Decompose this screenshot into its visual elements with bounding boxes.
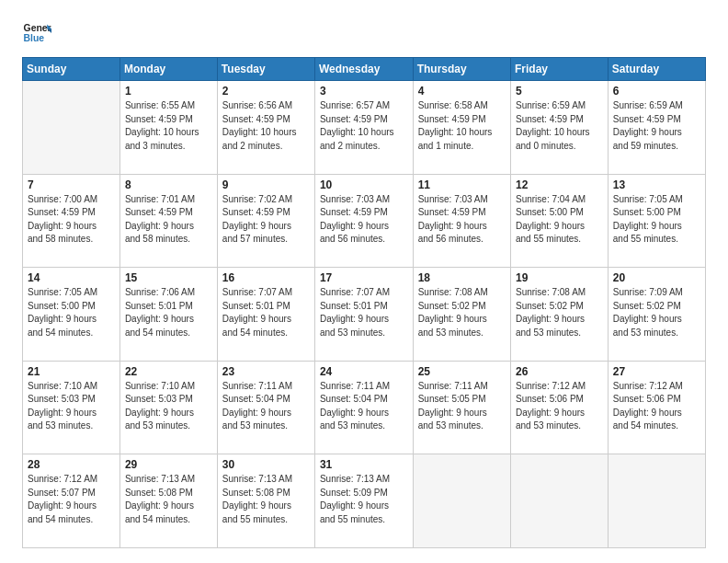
calendar-table: SundayMondayTuesdayWednesdayThursdayFrid…: [22, 57, 706, 548]
day-info: Sunrise: 7:00 AMSunset: 4:59 PMDaylight:…: [28, 193, 115, 247]
day-number: 9: [222, 178, 310, 191]
day-number: 29: [125, 458, 212, 471]
day-info: Sunrise: 7:08 AMSunset: 5:02 PMDaylight:…: [418, 286, 506, 339]
day-info: Sunrise: 7:03 AMSunset: 4:59 PMDaylight:…: [418, 193, 506, 247]
calendar-cell: 17Sunrise: 7:07 AMSunset: 5:01 PMDayligh…: [314, 268, 413, 362]
day-number: 25: [418, 365, 506, 378]
day-number: 8: [125, 178, 212, 191]
calendar-cell: 29Sunrise: 7:13 AMSunset: 5:08 PMDayligh…: [119, 454, 217, 548]
day-info: Sunrise: 6:56 AMSunset: 4:59 PMDaylight:…: [222, 99, 310, 153]
calendar-cell: 9Sunrise: 7:02 AMSunset: 4:59 PMDaylight…: [217, 174, 314, 268]
day-info: Sunrise: 7:12 AMSunset: 5:06 PMDaylight:…: [613, 380, 700, 433]
svg-text:Blue: Blue: [24, 33, 45, 43]
day-number: 6: [613, 85, 700, 98]
week-row-2: 14Sunrise: 7:05 AMSunset: 5:00 PMDayligh…: [23, 268, 706, 362]
day-info: Sunrise: 7:07 AMSunset: 5:01 PMDaylight:…: [320, 286, 408, 339]
calendar-cell: 12Sunrise: 7:04 AMSunset: 5:00 PMDayligh…: [510, 174, 608, 268]
calendar-cell: 30Sunrise: 7:13 AMSunset: 5:08 PMDayligh…: [217, 454, 314, 548]
day-number: 24: [320, 365, 408, 378]
day-info: Sunrise: 6:59 AMSunset: 4:59 PMDaylight:…: [613, 99, 700, 153]
day-info: Sunrise: 7:03 AMSunset: 4:59 PMDaylight:…: [320, 193, 408, 247]
day-number: 17: [320, 271, 408, 284]
calendar-cell: 19Sunrise: 7:08 AMSunset: 5:02 PMDayligh…: [510, 268, 608, 362]
day-number: 1: [125, 85, 212, 98]
day-number: 23: [222, 365, 310, 378]
week-row-3: 21Sunrise: 7:10 AMSunset: 5:03 PMDayligh…: [23, 361, 706, 454]
day-number: 2: [222, 85, 310, 98]
calendar-cell: 8Sunrise: 7:01 AMSunset: 4:59 PMDaylight…: [119, 174, 217, 268]
day-number: 15: [125, 271, 212, 284]
weekday-friday: Friday: [510, 58, 608, 81]
day-info: Sunrise: 7:11 AMSunset: 5:04 PMDaylight:…: [320, 380, 408, 433]
day-info: Sunrise: 7:13 AMSunset: 5:08 PMDaylight:…: [125, 473, 212, 526]
day-info: Sunrise: 7:01 AMSunset: 4:59 PMDaylight:…: [125, 193, 212, 247]
week-row-0: 1Sunrise: 6:55 AMSunset: 4:59 PMDaylight…: [23, 81, 706, 175]
logo: General Blue: [22, 18, 51, 48]
calendar-cell: 3Sunrise: 6:57 AMSunset: 4:59 PMDaylight…: [314, 81, 413, 175]
calendar-cell: 13Sunrise: 7:05 AMSunset: 5:00 PMDayligh…: [608, 174, 705, 268]
calendar-cell: 15Sunrise: 7:06 AMSunset: 5:01 PMDayligh…: [119, 268, 217, 362]
calendar-cell: 14Sunrise: 7:05 AMSunset: 5:00 PMDayligh…: [23, 268, 120, 362]
calendar-cell: 25Sunrise: 7:11 AMSunset: 5:05 PMDayligh…: [413, 361, 510, 454]
day-number: 13: [613, 178, 700, 191]
day-info: Sunrise: 7:04 AMSunset: 5:00 PMDaylight:…: [516, 193, 603, 247]
calendar-cell: [23, 81, 120, 175]
day-number: 7: [28, 178, 115, 191]
day-info: Sunrise: 7:10 AMSunset: 5:03 PMDaylight:…: [28, 380, 115, 433]
calendar-cell: 27Sunrise: 7:12 AMSunset: 5:06 PMDayligh…: [608, 361, 705, 454]
day-number: 26: [516, 365, 603, 378]
day-number: 3: [320, 85, 408, 98]
calendar-cell: [510, 454, 608, 548]
day-number: 18: [418, 271, 506, 284]
day-number: 27: [613, 365, 700, 378]
day-number: 31: [320, 458, 408, 471]
day-number: 10: [320, 178, 408, 191]
calendar-cell: 23Sunrise: 7:11 AMSunset: 5:04 PMDayligh…: [217, 361, 314, 454]
calendar-cell: 24Sunrise: 7:11 AMSunset: 5:04 PMDayligh…: [314, 361, 413, 454]
calendar-cell: [608, 454, 705, 548]
day-number: 20: [613, 271, 700, 284]
day-number: 22: [125, 365, 212, 378]
day-info: Sunrise: 6:59 AMSunset: 4:59 PMDaylight:…: [516, 99, 603, 153]
day-number: 11: [418, 178, 506, 191]
logo-icon: General Blue: [22, 18, 51, 48]
day-info: Sunrise: 7:11 AMSunset: 5:05 PMDaylight:…: [418, 380, 506, 433]
calendar-cell: 1Sunrise: 6:55 AMSunset: 4:59 PMDaylight…: [119, 81, 217, 175]
weekday-sunday: Sunday: [23, 58, 120, 81]
day-info: Sunrise: 7:13 AMSunset: 5:08 PMDaylight:…: [222, 473, 310, 526]
day-info: Sunrise: 6:57 AMSunset: 4:59 PMDaylight:…: [320, 99, 408, 153]
calendar-cell: 10Sunrise: 7:03 AMSunset: 4:59 PMDayligh…: [314, 174, 413, 268]
calendar-cell: 20Sunrise: 7:09 AMSunset: 5:02 PMDayligh…: [608, 268, 705, 362]
day-info: Sunrise: 6:55 AMSunset: 4:59 PMDaylight:…: [125, 99, 212, 153]
day-number: 16: [222, 271, 310, 284]
day-info: Sunrise: 7:13 AMSunset: 5:09 PMDaylight:…: [320, 473, 408, 526]
weekday-header-row: SundayMondayTuesdayWednesdayThursdayFrid…: [23, 58, 706, 81]
day-info: Sunrise: 7:06 AMSunset: 5:01 PMDaylight:…: [125, 286, 212, 339]
week-row-4: 28Sunrise: 7:12 AMSunset: 5:07 PMDayligh…: [23, 454, 706, 548]
day-number: 4: [418, 85, 506, 98]
calendar-cell: 21Sunrise: 7:10 AMSunset: 5:03 PMDayligh…: [23, 361, 120, 454]
calendar-cell: 2Sunrise: 6:56 AMSunset: 4:59 PMDaylight…: [217, 81, 314, 175]
day-info: Sunrise: 6:58 AMSunset: 4:59 PMDaylight:…: [418, 99, 506, 153]
day-info: Sunrise: 7:10 AMSunset: 5:03 PMDaylight:…: [125, 380, 212, 433]
weekday-thursday: Thursday: [413, 58, 510, 81]
weekday-wednesday: Wednesday: [314, 58, 413, 81]
calendar-cell: 7Sunrise: 7:00 AMSunset: 4:59 PMDaylight…: [23, 174, 120, 268]
calendar-cell: 31Sunrise: 7:13 AMSunset: 5:09 PMDayligh…: [314, 454, 413, 548]
day-number: 21: [28, 365, 115, 378]
calendar-cell: 5Sunrise: 6:59 AMSunset: 4:59 PMDaylight…: [510, 81, 608, 175]
day-number: 30: [222, 458, 310, 471]
calendar-cell: 26Sunrise: 7:12 AMSunset: 5:06 PMDayligh…: [510, 361, 608, 454]
day-info: Sunrise: 7:12 AMSunset: 5:07 PMDaylight:…: [28, 473, 115, 526]
day-info: Sunrise: 7:02 AMSunset: 4:59 PMDaylight:…: [222, 193, 310, 247]
day-info: Sunrise: 7:12 AMSunset: 5:06 PMDaylight:…: [516, 380, 603, 433]
calendar-cell: 22Sunrise: 7:10 AMSunset: 5:03 PMDayligh…: [119, 361, 217, 454]
day-number: 14: [28, 271, 115, 284]
day-info: Sunrise: 7:09 AMSunset: 5:02 PMDaylight:…: [613, 286, 700, 339]
calendar-cell: 4Sunrise: 6:58 AMSunset: 4:59 PMDaylight…: [413, 81, 510, 175]
calendar-cell: 6Sunrise: 6:59 AMSunset: 4:59 PMDaylight…: [608, 81, 705, 175]
day-number: 5: [516, 85, 603, 98]
calendar-cell: 16Sunrise: 7:07 AMSunset: 5:01 PMDayligh…: [217, 268, 314, 362]
calendar-cell: [413, 454, 510, 548]
day-info: Sunrise: 7:11 AMSunset: 5:04 PMDaylight:…: [222, 380, 310, 433]
